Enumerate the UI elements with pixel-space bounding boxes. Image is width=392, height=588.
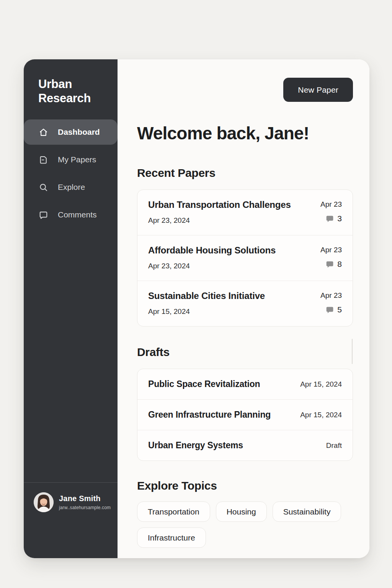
comment-bubble-icon — [326, 215, 334, 223]
comment-count: 8 — [337, 260, 342, 269]
comment-count: 5 — [337, 305, 342, 314]
sidebar-footer: Jane Smith jarw..satehursample.com — [24, 482, 118, 558]
paper-title: Sustainable Cities Initiative — [148, 291, 265, 301]
home-icon — [38, 127, 49, 137]
new-paper-button[interactable]: New Paper — [283, 78, 353, 102]
sidebar-item-comments[interactable]: Comments — [24, 202, 118, 227]
paper-title: Affordable Housing Solutions — [148, 245, 276, 256]
comment-icon — [38, 210, 49, 220]
paper-row[interactable]: Urban Transportation Challenges Apr 23, … — [137, 190, 353, 235]
recent-papers-heading: Recent Papers — [137, 167, 353, 180]
draft-title: Green Infrastructure Planning — [148, 410, 271, 420]
paper-meta-date: Apr 23 — [320, 291, 342, 300]
draft-meta: Apr 15, 2024 — [300, 411, 342, 419]
user-name: Jane Smith — [59, 494, 111, 503]
draft-row[interactable]: Urban Energy Systems Draft — [137, 430, 353, 461]
draft-row[interactable]: Public Space Revitalization Apr 15, 2024 — [137, 369, 353, 399]
paper-date: Apr 23, 2024 — [148, 262, 276, 270]
drafts-heading: Drafts — [137, 346, 353, 359]
comment-count: 3 — [337, 214, 342, 223]
comment-bubble-icon — [326, 260, 334, 268]
recent-papers-list: Urban Transportation Challenges Apr 23, … — [137, 189, 353, 327]
topic-chips: Transportation Housing Sustainability In… — [137, 501, 353, 548]
paper-icon — [38, 155, 49, 165]
paper-date: Apr 15, 2024 — [148, 307, 265, 316]
comment-bubble-icon — [326, 306, 334, 314]
avatar — [34, 492, 54, 512]
sidebar-nav: Dashboard My Papers Expl — [24, 119, 118, 230]
topic-chip-infrastructure[interactable]: Infrastructure — [137, 528, 206, 548]
comment-count-row: 5 — [320, 305, 342, 314]
sidebar-item-label: Dashboard — [58, 127, 100, 137]
explore-topics-heading: Explore Topics — [137, 479, 353, 492]
sidebar-item-label: My Papers — [58, 155, 96, 164]
brand-title: Urban Research — [24, 59, 118, 105]
sidebar-item-dashboard[interactable]: Dashboard — [24, 119, 118, 145]
paper-row[interactable]: Sustainable Cities Initiative Apr 15, 20… — [137, 281, 353, 326]
paper-date: Apr 23, 2024 — [148, 216, 291, 225]
user-email: jarw..satehursample.com — [59, 505, 111, 510]
paper-meta: Apr 23 3 — [320, 199, 342, 225]
user-profile[interactable]: Jane Smith jarw..satehursample.com — [24, 483, 118, 558]
search-icon — [38, 182, 49, 193]
sidebar-item-label: Explore — [58, 183, 85, 192]
paper-row[interactable]: Affordable Housing Solutions Apr 23, 202… — [137, 235, 353, 281]
draft-title: Urban Energy Systems — [148, 440, 243, 451]
topic-chip-housing[interactable]: Housing — [216, 501, 267, 522]
comment-count-row: 8 — [320, 260, 342, 269]
scrollbar-thumb[interactable] — [352, 339, 353, 364]
topic-chip-sustainability[interactable]: Sustainability — [273, 501, 341, 522]
drafts-list: Public Space Revitalization Apr 15, 2024… — [137, 369, 353, 461]
paper-info: Urban Transportation Challenges Apr 23, … — [148, 199, 291, 225]
main-content: New Paper Welcome back, Jane! Recent Pap… — [118, 59, 369, 558]
comment-count-row: 3 — [320, 214, 342, 223]
welcome-heading: Welcome back, Jane! — [137, 123, 353, 144]
paper-info: Affordable Housing Solutions Apr 23, 202… — [148, 245, 276, 270]
paper-meta-date: Apr 23 — [320, 200, 342, 209]
header-row: New Paper — [137, 78, 353, 102]
sidebar-item-my-papers[interactable]: My Papers — [24, 147, 118, 172]
paper-meta: Apr 23 8 — [320, 245, 342, 270]
draft-row[interactable]: Green Infrastructure Planning Apr 15, 20… — [137, 399, 353, 430]
paper-info: Sustainable Cities Initiative Apr 15, 20… — [148, 291, 265, 316]
paper-meta-date: Apr 23 — [320, 246, 342, 254]
draft-status-badge: Draft — [326, 441, 342, 450]
paper-meta: Apr 23 5 — [320, 291, 342, 316]
user-meta: Jane Smith jarw..satehursample.com — [59, 494, 111, 510]
topic-chip-transportation[interactable]: Transportation — [137, 501, 210, 522]
app-window: Urban Research Dashboard — [24, 59, 369, 558]
paper-title: Urban Transportation Challenges — [148, 199, 291, 210]
sidebar: Urban Research Dashboard — [24, 59, 118, 558]
draft-title: Public Space Revitalization — [148, 379, 260, 389]
draft-meta: Apr 15, 2024 — [300, 380, 342, 389]
sidebar-item-explore[interactable]: Explore — [24, 175, 118, 200]
sidebar-item-label: Comments — [58, 210, 97, 219]
